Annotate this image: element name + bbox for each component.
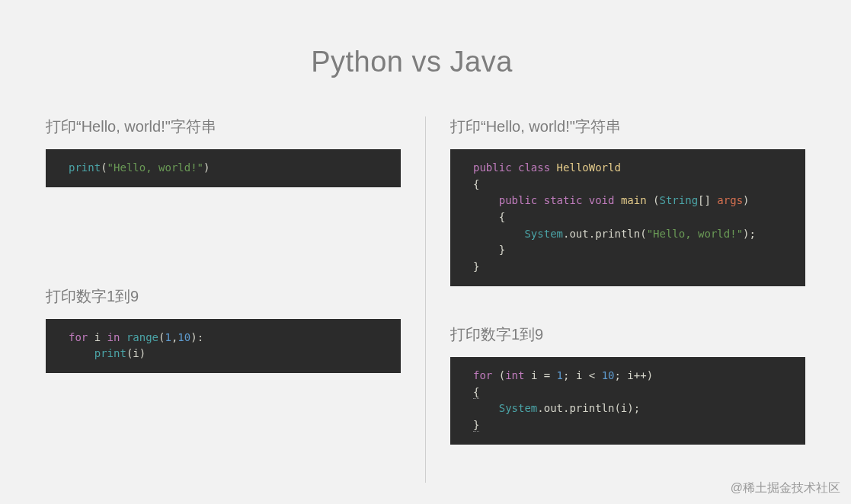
tok: 1	[557, 369, 563, 381]
tok: );	[743, 228, 756, 240]
tok: print	[94, 347, 126, 359]
tok	[69, 347, 94, 359]
tok: i	[88, 331, 107, 343]
page-title: Python vs Java	[0, 0, 851, 116]
tok: 10	[602, 369, 615, 381]
tok: static	[544, 194, 583, 206]
tok: System	[524, 228, 563, 240]
tok	[537, 194, 543, 206]
python-loop-title: 打印数字1到9	[46, 286, 401, 307]
tok: in	[107, 331, 120, 343]
tok: {	[499, 211, 505, 223]
python-loop-code: for i in range(1,10): print(i)	[46, 319, 401, 373]
tok: 1	[165, 331, 171, 343]
tok: {	[473, 178, 479, 190]
tok: for	[69, 331, 88, 343]
tok: )	[139, 347, 146, 359]
tok: main	[621, 194, 647, 206]
tok: .out.println(i);	[537, 402, 640, 414]
watermark-text: @稀土掘金技术社区	[731, 480, 840, 496]
columns-container: 打印“Hello, world!"字符串 print("Hello, world…	[0, 116, 851, 483]
tok: public	[473, 161, 512, 174]
java-hello-code: public class HelloWorld { public static …	[450, 149, 805, 286]
tok: i =	[524, 369, 556, 381]
java-hello-title: 打印“Hello, world!"字符串	[450, 116, 805, 137]
tok	[473, 402, 499, 414]
tok: {	[473, 386, 479, 399]
tok	[473, 211, 499, 223]
tok: "Hello, world!"	[107, 161, 203, 174]
tok: ; i <	[563, 369, 602, 381]
tok	[614, 194, 620, 206]
tok: (	[647, 194, 660, 206]
java-loop-title: 打印数字1到9	[450, 324, 805, 345]
tok: void	[589, 194, 615, 206]
tok: int	[505, 369, 524, 381]
tok: String	[659, 194, 698, 206]
tok: print	[69, 161, 101, 174]
tok: (	[492, 369, 505, 381]
tok: .out.	[563, 228, 595, 240]
tok	[473, 244, 499, 256]
tok: HelloWorld	[557, 161, 621, 174]
tok: System	[499, 402, 538, 414]
python-hello-code: print("Hello, world!")	[46, 149, 401, 187]
tok: "Hello, world!"	[647, 228, 743, 240]
tok: )	[743, 194, 749, 206]
tok	[473, 194, 499, 206]
tok: for	[473, 369, 492, 381]
tok: range	[120, 331, 158, 343]
tok: }	[473, 260, 479, 273]
tok: ):	[190, 331, 203, 343]
tok: args	[717, 194, 743, 206]
tok	[512, 161, 518, 174]
python-column: 打印“Hello, world!"字符串 print("Hello, world…	[46, 116, 425, 483]
tok: (	[101, 161, 107, 174]
tok: println	[595, 228, 640, 240]
tok: (	[640, 228, 646, 240]
tok: )	[203, 161, 210, 174]
tok: []	[698, 194, 717, 206]
tok	[582, 194, 588, 206]
java-column: 打印“Hello, world!"字符串 public class HelloW…	[426, 116, 805, 483]
tok: }	[473, 419, 479, 432]
tok: class	[518, 161, 550, 174]
tok: i	[133, 347, 139, 359]
tok: public	[499, 194, 538, 206]
tok	[473, 228, 524, 240]
tok	[550, 161, 556, 174]
java-loop-code: for (int i = 1; i < 10; i++) { System.ou…	[450, 357, 805, 445]
tok: ; i++)	[614, 369, 653, 381]
tok: }	[499, 244, 505, 256]
python-hello-title: 打印“Hello, world!"字符串	[46, 116, 401, 137]
tok: 10	[178, 331, 190, 343]
